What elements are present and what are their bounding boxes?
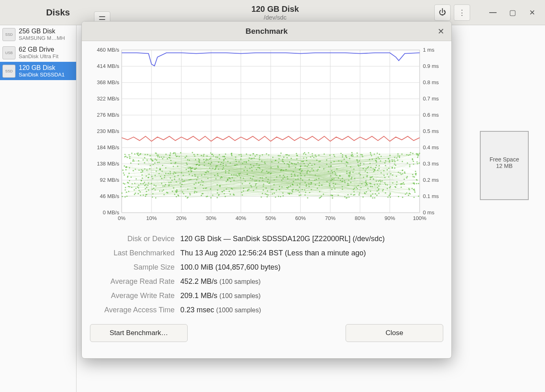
sidebar-item-disk-1[interactable]: USB 62 GB Drive SanDisk Ultra Fit (0, 44, 76, 62)
sidebar-item-disk-0[interactable]: SSD 256 GB Disk SAMSUNG M…MH (0, 25, 76, 44)
svg-point-1864 (275, 196, 276, 198)
svg-point-2054 (270, 167, 271, 168)
sidebar-item-disk-2[interactable]: SSD 120 GB Disk SanDisk SDSSDA1 (0, 62, 76, 80)
header-disk-title: 120 GB Disk (252, 4, 299, 14)
close-button[interactable]: Close (346, 324, 443, 342)
svg-text:1 ms: 1 ms (423, 47, 435, 53)
benchmark-dialog: Benchmark ✕ 0 MB/s46 MB/s92 MB/s138 MB/s… (81, 21, 452, 359)
svg-text:60%: 60% (295, 215, 306, 221)
svg-point-1098 (359, 194, 360, 196)
svg-text:0.6 ms: 0.6 ms (423, 112, 439, 118)
svg-point-1638 (388, 158, 390, 159)
svg-text:30%: 30% (206, 215, 217, 221)
kebab-menu-button[interactable]: ⋮ (454, 4, 470, 21)
window-maximize-button[interactable]: ▢ (504, 4, 521, 21)
dialog-header: Benchmark ✕ (82, 22, 451, 41)
header-disk-subtitle: /dev/sdc (264, 14, 287, 21)
svg-point-390 (410, 152, 411, 153)
info-sample-value: 100.0 MiB (104,857,600 bytes) (180, 263, 443, 272)
svg-text:0 ms: 0 ms (423, 209, 435, 216)
sidebar: SSD 256 GB Disk SAMSUNG M…MH USB 62 GB D… (0, 25, 77, 392)
svg-point-1658 (418, 162, 420, 163)
sidebar-item-subtitle: SanDisk SDSSDA1 (19, 72, 65, 78)
svg-text:70%: 70% (325, 215, 335, 221)
svg-point-1692 (414, 197, 415, 198)
svg-point-1974 (292, 183, 293, 185)
svg-point-1222 (372, 197, 373, 198)
info-last-label: Last Benchmarked (90, 249, 175, 257)
info-read-label: Average Read Rate (90, 277, 175, 286)
info-access-value: 0.23 msec (1000 samples) (180, 306, 443, 314)
svg-text:0%: 0% (118, 215, 126, 221)
svg-text:0.2 ms: 0.2 ms (423, 177, 439, 183)
svg-text:138 MB/s: 138 MB/s (97, 161, 119, 167)
sidebar-item-title: 120 GB Disk (19, 64, 65, 72)
svg-text:0.3 ms: 0.3 ms (423, 161, 439, 167)
info-write-label: Average Write Rate (90, 292, 175, 300)
sidebar-item-title: 256 GB Disk (19, 28, 65, 35)
start-benchmark-button[interactable]: Start Benchmark… (90, 324, 188, 342)
app-title: Disks (46, 7, 70, 18)
svg-text:460 MB/s: 460 MB/s (97, 47, 119, 53)
power-button[interactable]: ⏻ (434, 4, 451, 21)
window-minimize-button[interactable]: — (485, 4, 501, 21)
svg-point-1748 (397, 155, 398, 157)
info-last-value: Thu 13 Aug 2020 12:56:24 BST (Less than … (180, 249, 443, 257)
svg-point-1928 (280, 152, 282, 154)
svg-text:0 MB/s: 0 MB/s (103, 209, 120, 216)
svg-point-1876 (346, 161, 347, 163)
svg-text:276 MB/s: 276 MB/s (97, 112, 119, 118)
ssd-icon: SSD (2, 28, 15, 41)
svg-point-1132 (374, 197, 375, 198)
info-disk-label: Disk or Device (90, 235, 175, 243)
svg-text:0.9 ms: 0.9 ms (423, 63, 439, 69)
svg-text:100%: 100% (413, 215, 427, 221)
benchmark-info: Disk or Device 120 GB Disk — SanDisk SDS… (90, 235, 443, 314)
info-access-label: Average Access Time (90, 306, 175, 314)
minimize-icon: — (489, 8, 497, 17)
window-close-button[interactable]: ✕ (524, 4, 540, 21)
svg-text:0.1 ms: 0.1 ms (423, 193, 439, 199)
svg-text:414 MB/s: 414 MB/s (97, 63, 119, 69)
svg-text:0.4 ms: 0.4 ms (423, 144, 439, 150)
svg-text:90%: 90% (385, 215, 395, 221)
svg-text:0.7 ms: 0.7 ms (423, 96, 439, 102)
svg-text:40%: 40% (236, 215, 246, 221)
close-icon: ✕ (529, 8, 535, 17)
svg-point-2004 (157, 162, 158, 163)
dialog-close-button[interactable]: ✕ (435, 26, 447, 37)
power-icon: ⏻ (439, 8, 446, 17)
svg-text:80%: 80% (355, 215, 366, 221)
svg-text:230 MB/s: 230 MB/s (97, 128, 119, 134)
kebab-icon: ⋮ (458, 8, 466, 17)
svg-text:0.8 ms: 0.8 ms (423, 79, 439, 85)
svg-text:46 MB/s: 46 MB/s (100, 193, 119, 199)
svg-point-1702 (174, 176, 175, 177)
svg-text:92 MB/s: 92 MB/s (100, 177, 119, 183)
svg-point-1066 (140, 195, 141, 196)
svg-text:20%: 20% (176, 215, 186, 221)
partition-map[interactable]: Free Space 12 MB (480, 131, 529, 200)
dialog-title: Benchmark (245, 27, 288, 36)
ssd-icon: SSD (2, 65, 15, 78)
info-read-value: 452.2 MB/s (100 samples) (180, 277, 443, 286)
info-disk-value: 120 GB Disk — SanDisk SDSSDA120G [Z22000… (180, 235, 443, 243)
sidebar-item-title: 62 GB Drive (19, 46, 59, 53)
sidebar-item-subtitle: SAMSUNG M…MH (19, 35, 65, 41)
close-icon: ✕ (438, 26, 444, 36)
sidebar-item-subtitle: SanDisk Ultra Fit (19, 53, 59, 59)
svg-text:368 MB/s: 368 MB/s (97, 79, 119, 85)
svg-text:50%: 50% (265, 215, 276, 221)
svg-text:10%: 10% (146, 215, 157, 221)
svg-point-1270 (402, 197, 403, 198)
svg-point-684 (140, 191, 141, 192)
benchmark-chart: 0 MB/s46 MB/s92 MB/s138 MB/s184 MB/s230 … (90, 46, 444, 225)
svg-text:322 MB/s: 322 MB/s (97, 96, 119, 102)
svg-text:184 MB/s: 184 MB/s (97, 144, 119, 150)
svg-point-1902 (175, 190, 177, 192)
partition-size: 12 MB (481, 163, 528, 169)
svg-point-2036 (389, 160, 390, 161)
svg-text:0.5 ms: 0.5 ms (423, 128, 439, 134)
maximize-icon: ▢ (509, 8, 516, 17)
usb-icon: USB (2, 46, 15, 59)
